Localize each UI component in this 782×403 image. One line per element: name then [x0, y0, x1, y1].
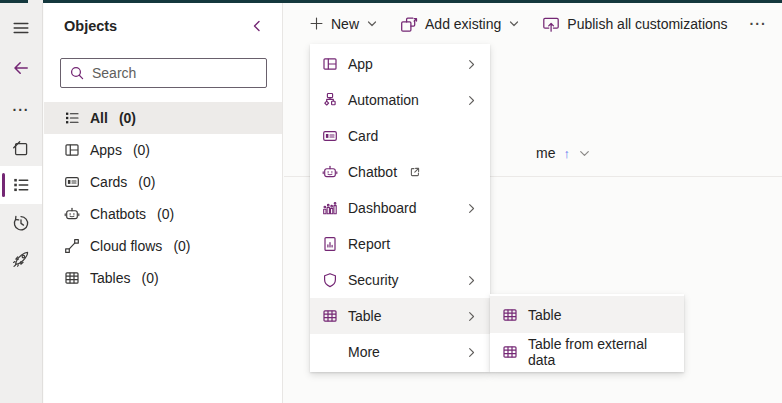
card-icon [322, 128, 338, 144]
chevron-right-icon [465, 274, 478, 287]
add-existing-icon [400, 15, 418, 33]
menu-item-dashboard[interactable]: Dashboard [310, 190, 490, 226]
chevron-right-icon [465, 310, 478, 323]
top-strip-notch [28, 0, 43, 3]
column-header-text-fragment: me [536, 145, 555, 161]
objects-panel: Objects All(0) Apps(0) Cards(0) [44, 3, 283, 403]
list-item-label: All [90, 110, 108, 126]
list-item-all[interactable]: All(0) [44, 102, 282, 134]
list-item-chatbots[interactable]: Chatbots(0) [44, 198, 282, 230]
menu-item-label: More [348, 344, 380, 360]
chevron-down-icon [366, 18, 378, 30]
submenu-item-table[interactable]: Table [490, 296, 684, 333]
report-icon [322, 236, 338, 252]
rocket-icon[interactable] [0, 243, 42, 275]
menu-item-label: Automation [348, 92, 419, 108]
list-item-label: Cloud flows [90, 238, 162, 254]
plus-icon [309, 16, 324, 31]
menu-item-label: Chatbot [348, 164, 397, 180]
submenu-item-table-from-external-data[interactable]: Table from external data [490, 333, 684, 370]
add-existing-button[interactable]: Add existing [389, 9, 531, 39]
shield-icon [322, 272, 338, 288]
add-existing-label: Add existing [425, 16, 501, 32]
menu-item-label: Dashboard [348, 200, 417, 216]
menu-item-app[interactable]: App [310, 46, 490, 82]
submenu-item-label: Table [528, 307, 561, 323]
window-top-strip [0, 0, 782, 3]
automation-icon [322, 92, 338, 108]
list-item-label: Cards [90, 174, 127, 190]
chevron-right-icon [465, 346, 478, 359]
menu-item-automation[interactable]: Automation [310, 82, 490, 118]
list-item-cards[interactable]: Cards(0) [44, 166, 282, 198]
command-bar: New Add existing Publish all customizati… [284, 3, 782, 44]
apps-icon [64, 142, 80, 158]
menu-item-table[interactable]: Table [310, 298, 490, 334]
cards-icon [64, 174, 80, 190]
new-button[interactable]: New [298, 9, 389, 39]
sort-ascending-icon: ↑ [563, 146, 570, 161]
list-item-count: (0) [157, 206, 174, 222]
list-item-count: (0) [141, 270, 158, 286]
list-item-cloud-flows[interactable]: Cloud flows(0) [44, 230, 282, 262]
table-icon [322, 308, 338, 324]
new-button-label: New [331, 16, 359, 32]
new-dropdown-menu: App Automation Card Chatbot Dashboard Re… [310, 44, 490, 372]
submenu-item-label: Table from external data [528, 336, 672, 368]
collapse-panel-icon[interactable] [246, 15, 268, 37]
menu-item-report[interactable]: Report [310, 226, 490, 262]
back-arrow-icon[interactable] [0, 52, 42, 84]
list-item-count: (0) [133, 142, 150, 158]
pages-icon[interactable] [0, 133, 42, 165]
list-item-apps[interactable]: Apps(0) [44, 134, 282, 166]
chatbot-icon [322, 164, 338, 180]
more-dots-icon[interactable]: ··· [0, 94, 42, 126]
menu-item-chatbot[interactable]: Chatbot [310, 154, 490, 190]
table-icon [502, 344, 518, 360]
publish-icon [542, 15, 560, 33]
panel-title: Objects [64, 18, 117, 34]
rail-item-objects[interactable] [0, 166, 42, 204]
external-link-icon [409, 166, 421, 178]
list-item-tables[interactable]: Tables(0) [44, 262, 282, 294]
menu-item-label: App [348, 56, 373, 72]
list-item-count: (0) [138, 174, 155, 190]
list-item-label: Apps [90, 142, 122, 158]
overflow-dots-icon: ··· [750, 16, 767, 32]
menu-item-card[interactable]: Card [310, 118, 490, 154]
publish-all-label: Publish all customizations [567, 16, 727, 32]
chatbots-icon [64, 206, 80, 222]
tables-icon [64, 270, 80, 286]
chevron-down-icon [508, 18, 520, 30]
chevron-right-icon [465, 58, 478, 71]
search-input[interactable] [92, 65, 273, 81]
menu-item-security[interactable]: Security [310, 262, 490, 298]
cloud-flows-icon [64, 238, 80, 254]
detailed-list-icon [64, 110, 80, 126]
dashboard-icon [322, 200, 338, 216]
hamburger-menu-icon[interactable] [0, 12, 42, 44]
menu-item-label: Table [348, 308, 381, 324]
chevron-right-icon [465, 94, 478, 107]
list-item-count: (0) [119, 110, 136, 126]
app-icon [322, 56, 338, 72]
search-icon [69, 65, 85, 81]
powerapps-solution-explorer: ··· Objects All(0) [0, 0, 782, 403]
publish-all-button[interactable]: Publish all customizations [531, 9, 738, 39]
list-item-label: Chatbots [90, 206, 146, 222]
overflow-button[interactable]: ··· [739, 9, 778, 39]
table-submenu: Table Table from external data [490, 294, 684, 372]
list-item-count: (0) [173, 238, 190, 254]
objects-list: All(0) Apps(0) Cards(0) Chatbots(0) Clou… [44, 102, 282, 294]
history-icon[interactable] [0, 207, 42, 239]
menu-item-label: Report [348, 236, 390, 252]
menu-item-more[interactable]: More [310, 334, 490, 370]
grid-column-header[interactable]: me ↑ [536, 139, 591, 167]
menu-item-label: Card [348, 128, 378, 144]
menu-item-label: Security [348, 272, 399, 288]
app-rail: ··· [0, 3, 43, 403]
chevron-right-icon [465, 202, 478, 215]
chevron-down-icon[interactable] [578, 147, 591, 160]
search-box [60, 58, 267, 88]
table-icon [502, 307, 518, 323]
